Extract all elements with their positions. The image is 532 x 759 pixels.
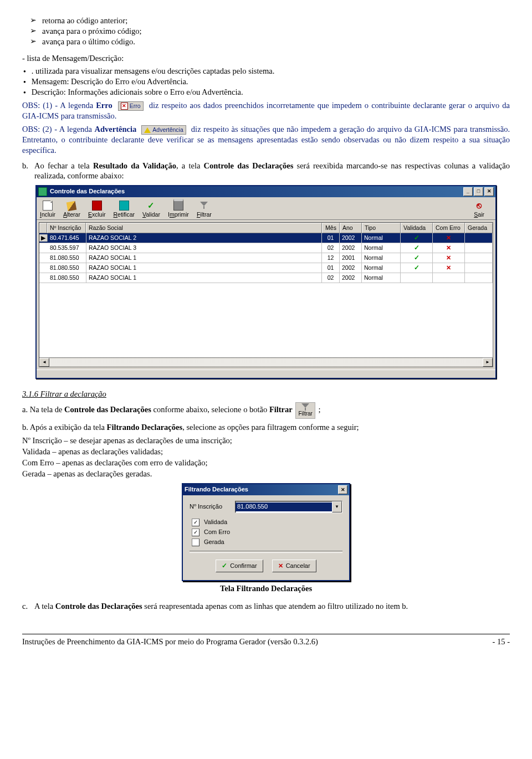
dialog-caption: Tela Filtrando Declarações bbox=[22, 583, 510, 593]
obs1-pre: OBS: (1) - A legenda bbox=[22, 101, 96, 110]
excluir-button[interactable]: Excluir bbox=[88, 201, 106, 218]
validar-button[interactable]: ✓Validar bbox=[142, 202, 160, 218]
col-razao[interactable]: Razão Social bbox=[86, 223, 322, 233]
declaracoes-grid[interactable]: Nº Inscrição Razão Social Mês Ano Tipo V… bbox=[39, 222, 493, 367]
cell-validada bbox=[401, 273, 433, 283]
filtrar-button[interactable]: Filtrar bbox=[197, 202, 212, 218]
item-b: b. Ao fechar a tela Resultado da Validaç… bbox=[22, 161, 510, 181]
comerro-checkbox-row[interactable]: ✓ Com Erro bbox=[192, 529, 342, 536]
cell-tipo: Normal bbox=[362, 273, 401, 283]
check-icon: ✓ bbox=[147, 202, 156, 211]
retificar-label: etificar bbox=[117, 211, 135, 218]
filter-line-4: Gerada – apenas as declarações geradas. bbox=[22, 469, 510, 479]
incluir-button[interactable]: Incluir bbox=[40, 201, 55, 218]
gerada-checkbox[interactable] bbox=[192, 539, 200, 546]
bullet-icon: ● bbox=[23, 90, 26, 95]
scroll-track[interactable] bbox=[49, 358, 483, 366]
table-row[interactable]: 81.080.550RAZAO SOCIAL 1012002Normal✓✕ bbox=[39, 263, 493, 273]
table-row[interactable]: ▶80.471.645RAZAO SOCIAL 2012002Normal✓✕ bbox=[39, 233, 493, 243]
cell-inscricao: 80.535.597 bbox=[48, 243, 86, 253]
inscricao-row: Nº Inscrição 81.080.550 ▼ bbox=[190, 501, 342, 513]
arrow-item: ➢avança para o próximo código; bbox=[30, 26, 510, 36]
cell-tipo: Normal bbox=[362, 243, 401, 253]
cell-razao: RAZAO SOCIAL 3 bbox=[86, 243, 322, 253]
item-b-body: Ao fechar a tela Resultado da Validação,… bbox=[34, 161, 510, 181]
col-ano[interactable]: Ano bbox=[340, 223, 362, 233]
cell-ano: 2001 bbox=[340, 253, 362, 263]
grid-body[interactable]: ▶80.471.645RAZAO SOCIAL 2012002Normal✓✕8… bbox=[39, 233, 493, 357]
arrow-text: avança para o último código. bbox=[42, 37, 135, 47]
col-inscricao[interactable]: Nº Inscrição bbox=[47, 223, 86, 233]
cell-razao: RAZAO SOCIAL 1 bbox=[86, 263, 322, 273]
alterar-label: lterar bbox=[67, 211, 80, 218]
cell-mes: 02 bbox=[322, 243, 340, 253]
sair-button[interactable]: ⎋Sair bbox=[474, 202, 484, 218]
col-comerro[interactable]: Com Erro bbox=[433, 223, 465, 233]
c-t1: A tela bbox=[34, 602, 55, 611]
item-c: c. A tela Controle das Declarações será … bbox=[22, 601, 510, 611]
comerro-checkbox[interactable]: ✓ bbox=[192, 529, 200, 536]
dropdown-icon[interactable]: ▼ bbox=[332, 501, 342, 512]
erro-tag-label: Erro bbox=[130, 102, 141, 110]
dialog-close-button[interactable]: ✕ bbox=[338, 485, 347, 494]
bullet-item: ●Descrição: Informações adicionais sobre… bbox=[23, 87, 510, 97]
cell-mes: 01 bbox=[322, 233, 340, 243]
dialog-titlebar[interactable]: Filtrando Declarações ✕ bbox=[183, 484, 349, 495]
cell-gerada bbox=[465, 273, 493, 283]
gerada-checkbox-row[interactable]: Gerada bbox=[192, 539, 342, 546]
validada-checkbox[interactable]: ✓ bbox=[192, 519, 200, 526]
col-tipo[interactable]: Tipo bbox=[362, 223, 401, 233]
confirmar-button[interactable]: ✓Confirmar bbox=[216, 560, 263, 572]
obs-1: OBS: (1) - A legenda Erro ✕Erro diz resp… bbox=[22, 100, 510, 121]
edit-icon bbox=[66, 201, 77, 212]
cell-comerro bbox=[433, 273, 465, 283]
horizontal-scrollbar[interactable]: ◄ ► bbox=[39, 357, 493, 367]
cell-razao: RAZAO SOCIAL 1 bbox=[86, 253, 322, 263]
alterar-button[interactable]: Alterar bbox=[63, 202, 80, 218]
obs2-pre: OBS: (2) - A legenda bbox=[22, 125, 95, 134]
footer-right: - 15 - bbox=[493, 637, 510, 647]
funnel-icon bbox=[301, 403, 309, 411]
table-row[interactable]: 80.535.597RAZAO SOCIAL 3022002Normal✓✕ bbox=[39, 243, 493, 253]
titlebar[interactable]: Controle das Declarações _ □ ✕ bbox=[37, 186, 495, 197]
b-t1: Ao fechar a tela bbox=[34, 161, 93, 170]
gerada-label: Gerada bbox=[204, 539, 224, 546]
a-b1: Controle das Declarações bbox=[64, 405, 151, 414]
filter-inline-button[interactable]: Filtrar bbox=[295, 402, 315, 419]
bullet-item: ●Mensagem: Descrição do Erro e/ou Advert… bbox=[23, 76, 510, 86]
validada-checkbox-row[interactable]: ✓ Validada bbox=[192, 519, 342, 526]
obs2-bold: Advertência bbox=[95, 125, 137, 134]
arrow-icon: ➢ bbox=[30, 16, 37, 25]
arrow-icon: ➢ bbox=[30, 26, 37, 36]
close-button[interactable]: ✕ bbox=[484, 187, 494, 196]
cell-comerro: ✕ bbox=[433, 253, 465, 263]
a-t1: a. Na tela de bbox=[22, 405, 64, 414]
cell-inscricao: 80.471.645 bbox=[48, 233, 86, 243]
minimize-button[interactable]: _ bbox=[463, 187, 473, 196]
col-mes[interactable]: Mês bbox=[322, 223, 340, 233]
maximize-button[interactable]: □ bbox=[474, 187, 483, 196]
cell-ano: 2002 bbox=[340, 273, 362, 283]
cell-ano: 2002 bbox=[340, 263, 362, 273]
footer-left: Instruções de Preenchimento da GIA-ICMS … bbox=[22, 637, 318, 647]
bullet-text: . utilizada para visualizar mensagens e/… bbox=[32, 66, 274, 76]
cell-ano: 2002 bbox=[340, 233, 362, 243]
arrow-text: avança para o próximo código; bbox=[42, 26, 142, 36]
retificar-button[interactable]: Retificar bbox=[114, 201, 135, 218]
cancelar-button[interactable]: ✕Cancelar bbox=[272, 560, 316, 572]
inscricao-combobox[interactable]: 81.080.550 ▼ bbox=[235, 501, 342, 513]
scroll-right-button[interactable]: ► bbox=[483, 358, 493, 367]
scroll-left-button[interactable]: ◄ bbox=[39, 358, 49, 367]
col-gerada[interactable]: Gerada bbox=[465, 223, 493, 233]
cell-comerro: ✕ bbox=[433, 233, 465, 243]
excluir-label: xcluir bbox=[92, 211, 106, 218]
imprimir-button[interactable]: Imprimir bbox=[168, 199, 189, 218]
a-b2: Filtrar bbox=[269, 405, 293, 414]
table-row[interactable]: 81.080.550RAZAO SOCIAL 1022002Normal bbox=[39, 273, 493, 283]
bullet-list: ●. utilizada para visualizar mensagens e… bbox=[22, 66, 510, 97]
table-row[interactable]: 81.080.550RAZAO SOCIAL 1122001Normal✓✕ bbox=[39, 253, 493, 263]
col-validada[interactable]: Validada bbox=[401, 223, 433, 233]
inscricao-value: 81.080.550 bbox=[236, 502, 332, 511]
cell-tipo: Normal bbox=[362, 233, 401, 243]
page-footer: Instruções de Preenchimento da GIA-ICMS … bbox=[22, 634, 510, 647]
